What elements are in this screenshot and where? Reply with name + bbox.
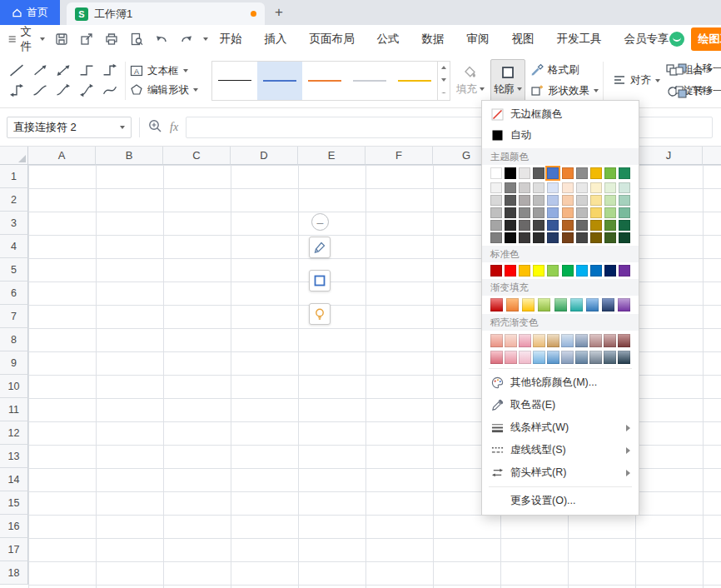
tab-home[interactable]: 首页 [0, 0, 60, 25]
row-header-5[interactable]: 5 [0, 258, 28, 282]
gradient-swatch[interactable] [618, 334, 630, 347]
gradient-swatch[interactable] [604, 334, 616, 347]
gradient-swatch[interactable] [490, 334, 503, 347]
color-swatch[interactable] [590, 232, 602, 243]
send-backward-button[interactable]: 下移一层 [674, 84, 721, 98]
column-header-C[interactable]: C [163, 147, 231, 165]
color-swatch[interactable] [604, 265, 616, 277]
color-swatch[interactable] [533, 207, 544, 218]
curved-arrow-connector-icon[interactable] [52, 81, 74, 101]
color-swatch[interactable] [519, 182, 530, 193]
color-swatch[interactable] [547, 232, 559, 243]
color-swatch[interactable] [505, 220, 516, 231]
row-header-16[interactable]: 16 [0, 515, 28, 538]
color-swatch[interactable] [505, 265, 516, 277]
no-border-color-item[interactable]: 无边框颜色 [482, 104, 639, 125]
gradient-swatch[interactable] [519, 334, 531, 347]
gradient-swatch[interactable] [533, 351, 545, 364]
color-swatch[interactable] [576, 220, 588, 231]
color-swatch[interactable] [576, 167, 588, 179]
new-tab-button[interactable]: + [265, 0, 293, 25]
color-swatch[interactable] [533, 182, 544, 193]
straight-connector-icon[interactable] [5, 61, 27, 81]
gradient-swatch[interactable] [618, 351, 630, 364]
gallery-scroll-down-button[interactable] [438, 74, 450, 87]
double-arrow-connector-icon[interactable] [52, 61, 74, 81]
gradient-swatch[interactable] [554, 298, 567, 311]
column-header-B[interactable]: B [96, 147, 163, 165]
color-swatch[interactable] [604, 195, 616, 206]
gradient-swatch[interactable] [490, 351, 503, 364]
print-preview-icon[interactable] [128, 31, 145, 47]
color-swatch[interactable] [533, 265, 544, 277]
dropdown-item-1[interactable]: 取色器(E) [482, 394, 639, 416]
menu-视图[interactable]: 视图 [512, 32, 535, 47]
color-swatch[interactable] [562, 220, 574, 231]
toolbar-more-icon[interactable] [203, 37, 208, 41]
color-swatch[interactable] [533, 167, 544, 179]
color-swatch[interactable] [505, 232, 516, 243]
color-swatch[interactable] [547, 265, 559, 277]
row-header-18[interactable]: 18 [0, 561, 28, 585]
color-swatch[interactable] [519, 220, 530, 231]
column-header-K[interactable]: K [703, 147, 721, 165]
color-swatch[interactable] [505, 195, 516, 206]
row-header-15[interactable]: 15 [0, 491, 28, 515]
gradient-swatch[interactable] [589, 351, 602, 364]
color-swatch[interactable] [562, 182, 574, 193]
gradient-swatch[interactable] [561, 351, 574, 364]
color-swatch[interactable] [547, 195, 559, 206]
export-icon[interactable] [78, 31, 95, 47]
color-swatch[interactable] [604, 207, 616, 218]
color-swatch[interactable] [619, 167, 630, 179]
menu-页面布局[interactable]: 页面布局 [310, 32, 355, 47]
collapse-toolbar-button[interactable]: – [311, 213, 329, 231]
elbow-connector-icon[interactable] [75, 61, 97, 81]
column-header-J[interactable]: J [635, 147, 703, 165]
color-swatch[interactable] [590, 207, 602, 218]
color-swatch[interactable] [519, 207, 530, 218]
row-header-12[interactable]: 12 [0, 421, 28, 445]
gradient-swatch[interactable] [538, 298, 550, 311]
row-header-2[interactable]: 2 [0, 188, 28, 212]
color-swatch[interactable] [604, 220, 616, 231]
gradient-swatch[interactable] [602, 298, 614, 311]
assistant-icon[interactable] [669, 32, 684, 47]
gradient-swatch[interactable] [519, 351, 531, 364]
redo-icon[interactable] [178, 31, 195, 47]
row-header-4[interactable]: 4 [0, 235, 28, 258]
tab-document[interactable]: S 工作簿1 [67, 2, 265, 25]
color-swatch[interactable] [519, 167, 530, 179]
color-swatch[interactable] [590, 167, 602, 179]
color-swatch[interactable] [590, 195, 602, 206]
line-style-option-2[interactable] [302, 62, 347, 100]
color-swatch[interactable] [576, 207, 588, 218]
color-swatch[interactable] [505, 207, 516, 218]
name-box[interactable]: 直接连接符 2 [7, 117, 132, 138]
fill-button[interactable]: 填充 [453, 59, 488, 102]
color-swatch[interactable] [547, 182, 559, 193]
dropdown-item-2[interactable]: 线条样式(W) [482, 416, 639, 439]
row-header-9[interactable]: 9 [0, 351, 28, 375]
color-swatch[interactable] [490, 265, 502, 277]
column-header-F[interactable]: F [365, 147, 433, 165]
color-swatch[interactable] [604, 167, 616, 179]
color-swatch[interactable] [619, 207, 630, 218]
menu-开发工具[interactable]: 开发工具 [557, 32, 602, 47]
menu-插入[interactable]: 插入 [265, 32, 287, 47]
gradient-swatch[interactable] [561, 334, 574, 347]
line-style-option-0[interactable] [212, 62, 257, 100]
dropdown-item-4[interactable]: 箭头样式(R) [482, 461, 639, 484]
gradient-swatch[interactable] [618, 298, 630, 311]
column-header-D[interactable]: D [231, 147, 298, 165]
color-swatch[interactable] [490, 195, 502, 206]
color-swatch[interactable] [490, 182, 502, 193]
quick-style-brush-button[interactable] [309, 237, 331, 258]
gradient-swatch[interactable] [547, 351, 559, 364]
color-swatch[interactable] [604, 182, 616, 193]
row-header-17[interactable]: 17 [0, 538, 28, 561]
gradient-swatch[interactable] [604, 351, 616, 364]
color-swatch[interactable] [562, 195, 574, 206]
color-swatch[interactable] [562, 207, 574, 218]
select-all-corner[interactable] [0, 147, 28, 165]
